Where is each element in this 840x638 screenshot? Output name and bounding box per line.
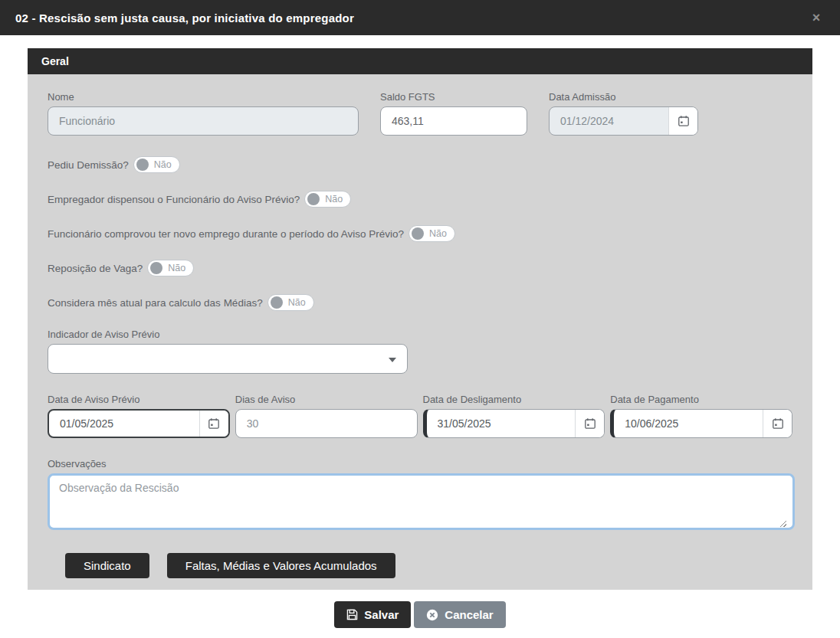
chevron-down-icon <box>389 358 396 362</box>
toggle-knob <box>136 159 149 171</box>
toggle-mes-atual-medias[interactable]: Não <box>267 294 314 311</box>
toggle-label: Reposição de Vaga? <box>48 263 143 274</box>
general-panel: Geral Nome Saldo FGTS Data Admissão <box>28 48 812 590</box>
toggle-label: Pediu Demissão? <box>48 159 129 171</box>
toggle-row-novo-emprego: Funcionário comprovou ter novo emprego d… <box>48 225 792 242</box>
toggle-pediu-demissao[interactable]: Não <box>133 156 180 173</box>
calendar-icon[interactable] <box>199 411 228 437</box>
indicador-aviso-previo-select[interactable] <box>48 344 408 374</box>
observacoes-textarea[interactable] <box>48 473 795 530</box>
toggle-row-dispensa-aviso: Empregador dispensou o Funcionário do Av… <box>48 191 792 208</box>
modal-footer: Salvar Cancelar <box>0 601 840 628</box>
sindicato-button[interactable]: Sindicato <box>65 553 149 578</box>
calendar-icon[interactable] <box>763 410 792 437</box>
toggle-knob <box>271 296 283 309</box>
close-icon[interactable]: × <box>808 9 825 26</box>
toggle-state: Não <box>154 159 172 170</box>
nome-input[interactable] <box>48 106 359 136</box>
section-title: Geral <box>41 55 69 67</box>
save-icon <box>346 609 358 620</box>
saldo-fgts-input[interactable] <box>380 106 527 136</box>
save-button-label: Salvar <box>364 608 399 621</box>
toggle-row-mes-atual-medias: Considera mês atual para calculo das Méd… <box>48 294 792 311</box>
toggle-row-reposicao-vaga: Reposição de Vaga? Não <box>48 260 792 276</box>
cancel-circle-x-icon <box>426 609 438 621</box>
toggle-knob <box>412 227 424 240</box>
data-desligamento-label: Data de Desligamento <box>423 394 605 405</box>
toggle-label: Empregador dispensou o Funcionário do Av… <box>48 194 300 205</box>
toggle-state: Não <box>325 194 343 204</box>
data-pagamento-label: Data de Pagamento <box>610 394 792 405</box>
cancel-button-label: Cancelar <box>445 608 493 621</box>
toggle-state: Não <box>288 297 306 308</box>
data-admissao-label: Data Admissão <box>549 91 698 103</box>
saldo-fgts-label: Saldo FGTS <box>380 91 527 103</box>
toggle-state: Não <box>429 228 447 239</box>
dias-de-aviso-label: Dias de Aviso <box>235 394 418 405</box>
modal-header: 02 - Rescisão sem justa causa, por inici… <box>0 0 840 35</box>
toggle-knob <box>307 193 320 205</box>
toggle-knob <box>150 262 162 274</box>
section-header: Geral <box>28 48 812 74</box>
cancel-button[interactable]: Cancelar <box>414 601 505 628</box>
save-button[interactable]: Salvar <box>334 601 411 628</box>
toggle-dispensa-aviso[interactable]: Não <box>304 191 351 208</box>
calendar-icon[interactable] <box>668 107 697 135</box>
nome-label: Nome <box>48 91 359 103</box>
toggle-reposicao-vaga[interactable]: Não <box>147 260 194 276</box>
toggle-novo-emprego[interactable]: Não <box>409 225 455 242</box>
toggle-row-pediu-demissao: Pediu Demissão? Não <box>48 156 792 173</box>
faltas-medias-valores-button[interactable]: Faltas, Médias e Valores Acumulados <box>167 553 395 578</box>
observacoes-label: Observações <box>48 458 792 470</box>
calendar-icon[interactable] <box>575 410 604 437</box>
dias-de-aviso-input[interactable] <box>235 409 418 438</box>
toggle-state: Não <box>168 263 185 273</box>
modal-title: 02 - Rescisão sem justa causa, por inici… <box>15 11 354 25</box>
toggle-label: Considera mês atual para calculo das Méd… <box>48 297 263 309</box>
toggle-label: Funcionário comprovou ter novo emprego d… <box>48 228 404 240</box>
indicador-aviso-previo-label: Indicador de Aviso Prévio <box>48 329 792 340</box>
data-aviso-previo-label: Data de Aviso Prévio <box>48 394 230 405</box>
